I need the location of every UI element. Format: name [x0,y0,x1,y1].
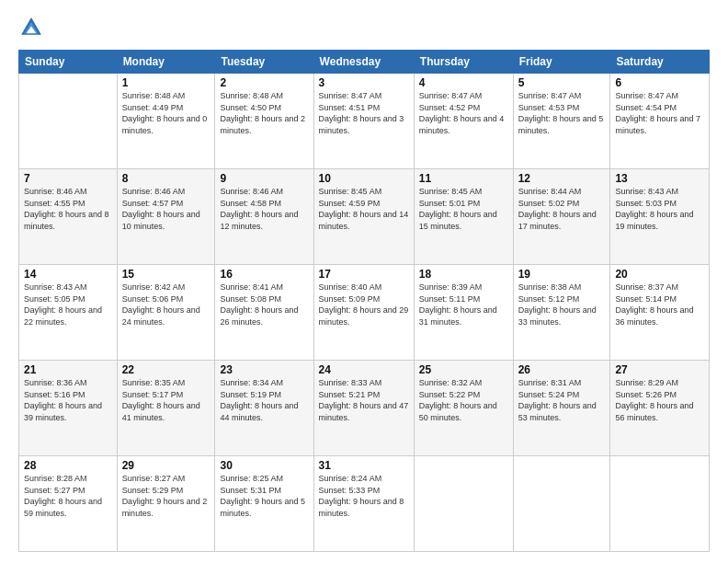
day-info: Sunrise: 8:31 AMSunset: 5:24 PMDaylight:… [518,377,606,423]
sunrise-text: Sunrise: 8:40 AM [319,282,409,293]
calendar-cell: 27Sunrise: 8:29 AMSunset: 5:26 PMDayligh… [610,361,710,456]
calendar-cell: 2Sunrise: 8:48 AMSunset: 4:50 PMDaylight… [215,74,313,169]
daylight-text: Daylight: 8 hours and 41 minutes. [122,400,210,423]
day-number: 8 [122,172,210,185]
sunset-text: Sunset: 4:50 PM [220,102,308,114]
sunset-text: Sunset: 5:22 PM [419,389,508,401]
day-number: 9 [220,172,308,185]
sunrise-text: Sunrise: 8:41 AM [220,282,308,293]
day-number: 17 [319,268,409,281]
day-number: 30 [220,459,308,472]
calendar-cell: 14Sunrise: 8:43 AMSunset: 5:05 PMDayligh… [19,265,118,361]
weekday-header-friday: Friday [513,51,610,74]
day-info: Sunrise: 8:39 AMSunset: 5:11 PMDaylight:… [419,282,508,327]
day-number: 24 [319,363,409,376]
day-info: Sunrise: 8:45 AMSunset: 4:59 PMDaylight:… [319,186,409,232]
daylight-text: Daylight: 8 hours and 22 minutes. [24,304,112,327]
daylight-text: Daylight: 8 hours and 31 minutes. [419,304,508,327]
weekday-header-wednesday: Wednesday [313,51,414,74]
sunset-text: Sunset: 5:31 PM [220,485,308,497]
sunrise-text: Sunrise: 8:46 AM [122,186,210,198]
calendar-cell: 3Sunrise: 8:47 AMSunset: 4:51 PMDaylight… [313,74,414,169]
day-number: 5 [518,76,606,89]
day-number: 10 [319,172,409,185]
calendar-cell: 18Sunrise: 8:39 AMSunset: 5:11 PMDayligh… [414,265,513,361]
day-info: Sunrise: 8:24 AMSunset: 5:33 PMDaylight:… [319,473,409,519]
day-info: Sunrise: 8:43 AMSunset: 5:05 PMDaylight:… [24,282,112,327]
week-row-4: 21Sunrise: 8:36 AMSunset: 5:16 PMDayligh… [19,361,710,456]
sunset-text: Sunset: 4:51 PM [319,102,409,114]
sunrise-text: Sunrise: 8:27 AM [122,473,210,485]
daylight-text: Daylight: 8 hours and 19 minutes. [615,209,704,232]
calendar-cell [414,456,513,552]
daylight-text: Daylight: 8 hours and 29 minutes. [319,304,409,327]
sunrise-text: Sunrise: 8:48 AM [220,90,308,102]
daylight-text: Daylight: 8 hours and 50 minutes. [419,400,508,423]
sunrise-text: Sunrise: 8:33 AM [319,377,409,389]
calendar-cell: 7Sunrise: 8:46 AMSunset: 4:55 PMDaylight… [19,169,118,265]
daylight-text: Daylight: 8 hours and 7 minutes. [615,113,704,136]
day-number: 26 [518,363,606,376]
sunrise-text: Sunrise: 8:45 AM [319,186,409,198]
calendar-cell [610,456,710,552]
daylight-text: Daylight: 8 hours and 8 minutes. [24,209,112,232]
day-info: Sunrise: 8:46 AMSunset: 4:55 PMDaylight:… [24,186,112,232]
day-number: 23 [220,363,308,376]
sunrise-text: Sunrise: 8:38 AM [518,282,606,293]
daylight-text: Daylight: 8 hours and 47 minutes. [319,400,409,423]
calendar-cell: 20Sunrise: 8:37 AMSunset: 5:14 PMDayligh… [610,265,710,361]
calendar-cell: 21Sunrise: 8:36 AMSunset: 5:16 PMDayligh… [19,361,118,456]
day-number: 31 [319,459,409,472]
day-info: Sunrise: 8:41 AMSunset: 5:08 PMDaylight:… [220,282,308,327]
sunrise-text: Sunrise: 8:29 AM [615,377,704,389]
sunset-text: Sunset: 5:24 PM [518,389,606,401]
daylight-text: Daylight: 8 hours and 12 minutes. [220,209,308,232]
week-row-5: 28Sunrise: 8:28 AMSunset: 5:27 PMDayligh… [19,456,710,552]
logo-icon [18,15,44,40]
daylight-text: Daylight: 8 hours and 15 minutes. [419,209,508,232]
sunrise-text: Sunrise: 8:48 AM [122,90,210,102]
sunrise-text: Sunrise: 8:43 AM [24,282,112,293]
calendar-cell: 9Sunrise: 8:46 AMSunset: 4:58 PMDaylight… [215,169,313,265]
header [18,15,710,40]
day-info: Sunrise: 8:35 AMSunset: 5:17 PMDaylight:… [122,377,210,423]
day-info: Sunrise: 8:46 AMSunset: 4:58 PMDaylight:… [220,186,308,232]
daylight-text: Daylight: 8 hours and 10 minutes. [122,209,210,232]
day-info: Sunrise: 8:25 AMSunset: 5:31 PMDaylight:… [220,473,308,519]
sunrise-text: Sunrise: 8:45 AM [419,186,508,198]
daylight-text: Daylight: 8 hours and 26 minutes. [220,304,308,327]
day-info: Sunrise: 8:33 AMSunset: 5:21 PMDaylight:… [319,377,409,423]
calendar-cell: 1Sunrise: 8:48 AMSunset: 4:49 PMDaylight… [117,74,215,169]
sunset-text: Sunset: 4:55 PM [24,198,112,210]
daylight-text: Daylight: 8 hours and 24 minutes. [122,304,210,327]
day-number: 7 [24,172,112,185]
day-info: Sunrise: 8:48 AMSunset: 4:50 PMDaylight:… [220,90,308,136]
sunset-text: Sunset: 5:09 PM [319,293,409,305]
daylight-text: Daylight: 8 hours and 36 minutes. [615,304,704,327]
sunrise-text: Sunrise: 8:36 AM [24,377,112,389]
sunset-text: Sunset: 5:14 PM [615,293,704,305]
calendar-table: SundayMondayTuesdayWednesdayThursdayFrid… [18,50,710,552]
sunset-text: Sunset: 5:11 PM [419,293,508,305]
day-number: 15 [122,268,210,281]
day-info: Sunrise: 8:42 AMSunset: 5:06 PMDaylight:… [122,282,210,327]
daylight-text: Daylight: 8 hours and 3 minutes. [319,113,409,136]
calendar-cell: 28Sunrise: 8:28 AMSunset: 5:27 PMDayligh… [19,456,118,552]
sunrise-text: Sunrise: 8:39 AM [419,282,508,293]
daylight-text: Daylight: 8 hours and 39 minutes. [24,400,112,423]
calendar-cell: 22Sunrise: 8:35 AMSunset: 5:17 PMDayligh… [117,361,215,456]
calendar-cell: 8Sunrise: 8:46 AMSunset: 4:57 PMDaylight… [117,169,215,265]
sunrise-text: Sunrise: 8:31 AM [518,377,606,389]
sunrise-text: Sunrise: 8:47 AM [518,90,606,102]
sunset-text: Sunset: 4:52 PM [419,102,508,114]
sunset-text: Sunset: 4:53 PM [518,102,606,114]
daylight-text: Daylight: 8 hours and 0 minutes. [122,113,210,136]
calendar-cell: 13Sunrise: 8:43 AMSunset: 5:03 PMDayligh… [610,169,710,265]
day-info: Sunrise: 8:44 AMSunset: 5:02 PMDaylight:… [518,186,606,232]
daylight-text: Daylight: 8 hours and 5 minutes. [518,113,606,136]
day-info: Sunrise: 8:45 AMSunset: 5:01 PMDaylight:… [419,186,508,232]
day-number: 29 [122,459,210,472]
sunset-text: Sunset: 5:16 PM [24,389,112,401]
sunrise-text: Sunrise: 8:37 AM [615,282,704,293]
calendar-cell: 4Sunrise: 8:47 AMSunset: 4:52 PMDaylight… [414,74,513,169]
